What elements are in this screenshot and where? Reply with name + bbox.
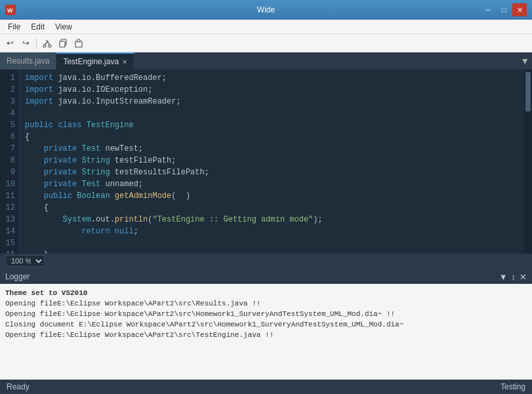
logger-title: Logger bbox=[5, 272, 30, 281]
copy-button[interactable] bbox=[56, 36, 70, 50]
redo-button[interactable]: ↪ bbox=[18, 36, 33, 50]
title-bar: W Wide ─ □ ✕ bbox=[0, 0, 532, 20]
code-editor[interactable]: 1 2 3 4 5 6 7 8 9 10 11 12 13 14 15 16 1… bbox=[0, 69, 532, 254]
logger-header-controls[interactable]: ▼ ↕ ✕ bbox=[499, 272, 527, 282]
menu-view[interactable]: View bbox=[50, 21, 77, 33]
logger-close-icon[interactable]: ✕ bbox=[520, 272, 527, 282]
app-icon: W bbox=[5, 5, 16, 15]
tab-testengine-java[interactable]: TestEngine.java ✕ bbox=[56, 52, 134, 69]
vertical-scrollbar[interactable] bbox=[524, 69, 532, 254]
toolbar: ↩ ↪ bbox=[0, 34, 532, 52]
status-bar: Ready Testing bbox=[0, 380, 532, 394]
log-line-3: Opening fileE:\Eclipse Workspace\APart2\… bbox=[5, 309, 527, 319]
tab-results-java[interactable]: Results.java bbox=[0, 52, 56, 69]
toolbar-separator bbox=[36, 37, 37, 49]
tab-label-active: TestEngine.java bbox=[63, 57, 119, 66]
menu-edit[interactable]: Edit bbox=[26, 21, 50, 33]
minimize-button[interactable]: ─ bbox=[481, 3, 495, 16]
maximize-button[interactable]: □ bbox=[497, 3, 511, 16]
status-left: Ready bbox=[7, 382, 30, 391]
cut-icon bbox=[43, 39, 52, 48]
logger-float-icon[interactable]: ↕ bbox=[512, 272, 516, 282]
code-content[interactable]: import java.io.BufferedReader; import ja… bbox=[20, 69, 524, 254]
logger-dropdown-icon[interactable]: ▼ bbox=[499, 272, 508, 282]
scrollbar-thumb[interactable] bbox=[525, 72, 531, 111]
svg-line-5 bbox=[47, 42, 50, 45]
tab-close-button[interactable]: ✕ bbox=[122, 58, 127, 66]
svg-text:W: W bbox=[7, 7, 13, 14]
svg-point-2 bbox=[43, 45, 46, 47]
log-line-4: Closing document E:\Eclipse Workspace\AP… bbox=[5, 319, 527, 330]
paste-icon bbox=[74, 39, 83, 48]
line-numbers: 1 2 3 4 5 6 7 8 9 10 11 12 13 14 15 16 1… bbox=[0, 69, 20, 254]
svg-point-3 bbox=[49, 45, 51, 47]
zoom-select[interactable]: 100 % 75 % 125 % 150 % bbox=[5, 255, 45, 267]
svg-line-6 bbox=[46, 40, 49, 42]
paste-button[interactable] bbox=[72, 36, 86, 50]
status-right: Testing bbox=[501, 382, 525, 391]
window-controls[interactable]: ─ □ ✕ bbox=[481, 3, 527, 16]
close-button[interactable]: ✕ bbox=[512, 3, 527, 16]
undo-button[interactable]: ↩ bbox=[3, 36, 17, 50]
log-line-5: Opening fileE:\Eclipse Workspace\APart2\… bbox=[5, 330, 527, 340]
svg-rect-10 bbox=[77, 39, 80, 42]
menu-bar: File Edit View bbox=[0, 20, 532, 34]
svg-rect-8 bbox=[60, 41, 65, 47]
copy-icon bbox=[58, 39, 68, 48]
menu-file[interactable]: File bbox=[3, 21, 26, 33]
logger-content: Theme set to VS2010 Opening fileE:\Eclip… bbox=[0, 284, 532, 380]
title-bar-left: W bbox=[5, 5, 16, 15]
svg-line-4 bbox=[45, 42, 47, 45]
log-line-1: Theme set to VS2010 bbox=[5, 288, 527, 298]
tab-label: Results.java bbox=[7, 56, 49, 66]
editor-status-bar: 100 % 75 % 125 % 150 % bbox=[0, 254, 532, 268]
tab-bar: Results.java TestEngine.java ✕ ▼ bbox=[0, 52, 532, 69]
log-line-2: Opening fileE:\Eclipse Workspace\APart2\… bbox=[5, 298, 527, 309]
logger-panel: Logger ▼ ↕ ✕ Theme set to VS2010 Opening… bbox=[0, 268, 532, 380]
tab-overflow-icon[interactable]: ▼ bbox=[520, 56, 529, 66]
editor-area: Results.java TestEngine.java ✕ ▼ 1 2 3 4… bbox=[0, 52, 532, 268]
logger-header: Logger ▼ ↕ ✕ bbox=[0, 269, 532, 284]
window-title: Wide bbox=[257, 5, 275, 14]
cut-button[interactable] bbox=[40, 36, 54, 50]
